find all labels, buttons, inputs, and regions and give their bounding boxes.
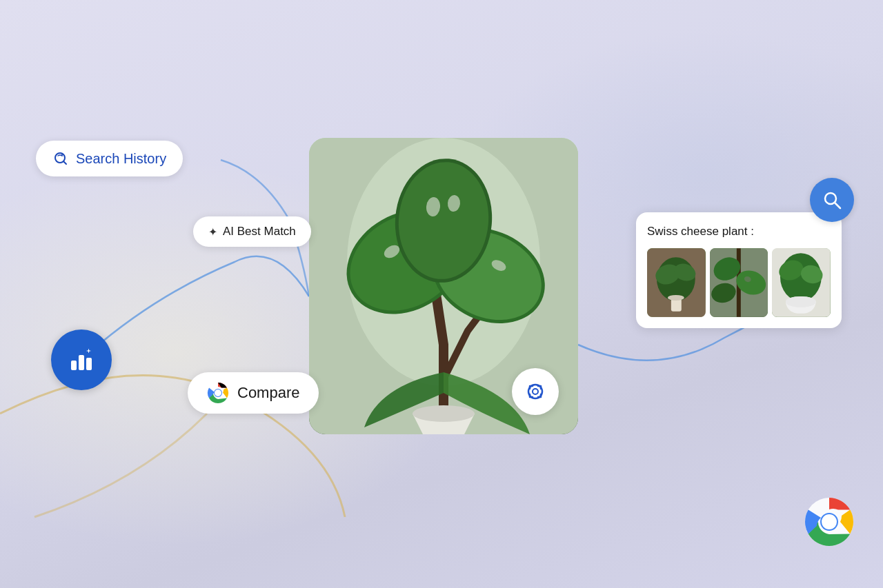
svg-point-41: [786, 296, 816, 307]
plant-thumb-3: [772, 248, 831, 317]
svg-point-29: [668, 295, 684, 301]
compare-label: Compare: [237, 384, 299, 402]
ai-best-match-label: AI Best Match: [223, 225, 296, 239]
plant-thumb-1: [647, 248, 706, 317]
svg-point-15: [533, 389, 538, 394]
plant-thumbnails: [647, 248, 831, 317]
blue-search-circle[interactable]: [810, 178, 854, 222]
search-results-card: Swiss cheese plant :: [636, 212, 842, 328]
magnifier-icon: [821, 189, 843, 211]
svg-point-45: [822, 514, 837, 529]
svg-point-13: [413, 405, 475, 422]
svg-rect-18: [79, 355, 84, 370]
sparkle-icon: ✦: [208, 225, 217, 239]
svg-rect-17: [71, 361, 77, 370]
chrome-logo-small-icon: [207, 382, 229, 404]
plant-thumb-2: [710, 248, 768, 317]
svg-rect-19: [86, 358, 92, 370]
ai-best-match-pill[interactable]: ✦ AI Best Match: [193, 216, 311, 247]
search-history-label: Search History: [76, 151, 166, 167]
chart-icon: [66, 344, 97, 376]
chrome-logo-large: [804, 497, 854, 547]
camera-button[interactable]: [512, 368, 559, 415]
chart-circle-button[interactable]: [51, 330, 112, 390]
search-history-pill[interactable]: Search History: [36, 141, 183, 176]
plant-image-container: [309, 138, 578, 434]
svg-point-22: [215, 389, 221, 396]
search-results-title: Swiss cheese plant :: [647, 225, 831, 239]
search-history-icon: [52, 150, 69, 167]
compare-pill[interactable]: Compare: [188, 372, 319, 414]
